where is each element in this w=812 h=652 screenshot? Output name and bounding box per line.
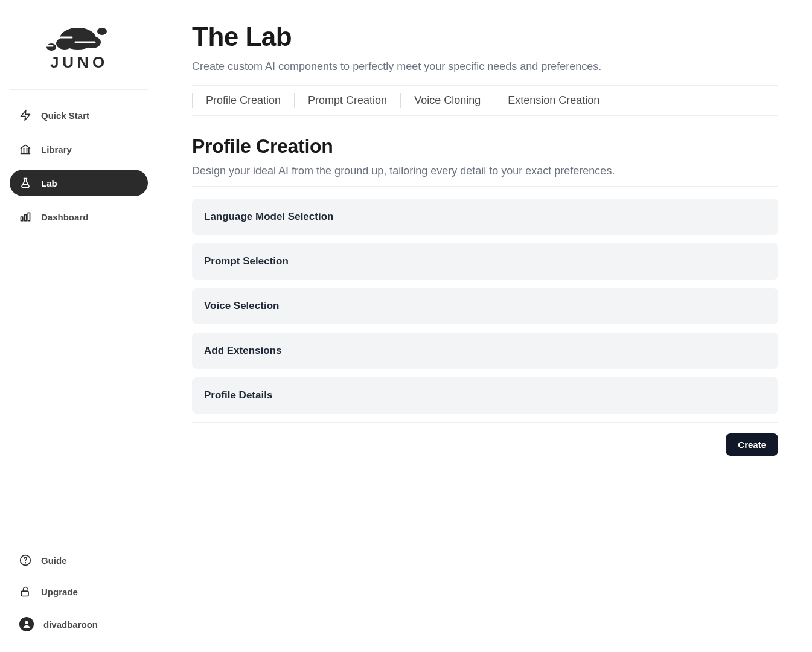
svg-rect-14 bbox=[21, 591, 28, 596]
panel-profile-details[interactable]: Profile Details bbox=[192, 377, 778, 414]
sidebar-item-label: Lab bbox=[41, 179, 57, 188]
sidebar-item-label: Guide bbox=[41, 555, 67, 566]
tab-extension-creation[interactable]: Extension Creation bbox=[494, 93, 613, 108]
svg-point-15 bbox=[25, 621, 28, 624]
tab-voice-cloning[interactable]: Voice Cloning bbox=[400, 93, 494, 108]
help-icon bbox=[19, 554, 31, 566]
panel-prompt-selection[interactable]: Prompt Selection bbox=[192, 243, 778, 280]
svg-rect-11 bbox=[28, 213, 30, 220]
panel-language-model-selection[interactable]: Language Model Selection bbox=[192, 199, 778, 235]
panel-add-extensions[interactable]: Add Extensions bbox=[192, 333, 778, 369]
sidebar-item-library[interactable]: Library bbox=[10, 136, 148, 162]
sidebar-user[interactable]: divadbaroon bbox=[10, 611, 148, 638]
panel-label: Prompt Selection bbox=[204, 255, 289, 267]
svg-marker-8 bbox=[21, 110, 30, 121]
sidebar-item-quickstart[interactable]: Quick Start bbox=[10, 102, 148, 129]
panel-voice-selection[interactable]: Voice Selection bbox=[192, 288, 778, 324]
brand-logo[interactable]: JUNO bbox=[10, 10, 148, 90]
unlock-icon bbox=[19, 586, 31, 598]
brand-name: JUNO bbox=[50, 53, 107, 71]
panel-label: Language Model Selection bbox=[204, 211, 333, 222]
lightning-icon bbox=[19, 109, 31, 121]
tab-prompt-creation[interactable]: Prompt Creation bbox=[294, 93, 400, 108]
page-title: The Lab bbox=[192, 22, 778, 52]
create-button[interactable]: Create bbox=[726, 433, 778, 456]
section-title: Profile Creation bbox=[192, 135, 778, 158]
flask-icon bbox=[19, 177, 31, 189]
panel-label: Add Extensions bbox=[204, 345, 281, 356]
svg-point-1 bbox=[56, 37, 73, 50]
section-subtitle: Design your ideal AI from the ground up,… bbox=[192, 165, 778, 177]
svg-point-4 bbox=[97, 28, 107, 35]
sidebar-item-label: Dashboard bbox=[41, 213, 88, 222]
sidebar-item-lab[interactable]: Lab bbox=[10, 170, 148, 196]
svg-point-13 bbox=[25, 563, 26, 563]
library-icon bbox=[19, 143, 31, 155]
panel-label: Profile Details bbox=[204, 389, 272, 401]
bars-icon bbox=[19, 211, 31, 223]
sidebar-item-label: Upgrade bbox=[41, 587, 78, 597]
divider bbox=[192, 186, 778, 187]
svg-rect-9 bbox=[21, 217, 23, 221]
username-label: divadbaroon bbox=[43, 619, 98, 630]
avatar-icon bbox=[19, 617, 34, 631]
tab-profile-creation[interactable]: Profile Creation bbox=[192, 93, 294, 108]
sidebar-item-upgrade[interactable]: Upgrade bbox=[10, 580, 148, 604]
sidebar-item-guide[interactable]: Guide bbox=[10, 548, 148, 572]
sidebar-item-label: Library bbox=[41, 145, 72, 154]
sidebar-item-label: Quick Start bbox=[41, 111, 89, 120]
tabs: Profile Creation Prompt Creation Voice C… bbox=[192, 86, 778, 116]
sidebar-item-dashboard[interactable]: Dashboard bbox=[10, 203, 148, 230]
svg-point-3 bbox=[46, 43, 56, 51]
page-subtitle: Create custom AI components to perfectly… bbox=[192, 60, 778, 73]
svg-rect-10 bbox=[24, 215, 26, 221]
panel-label: Voice Selection bbox=[204, 300, 279, 312]
